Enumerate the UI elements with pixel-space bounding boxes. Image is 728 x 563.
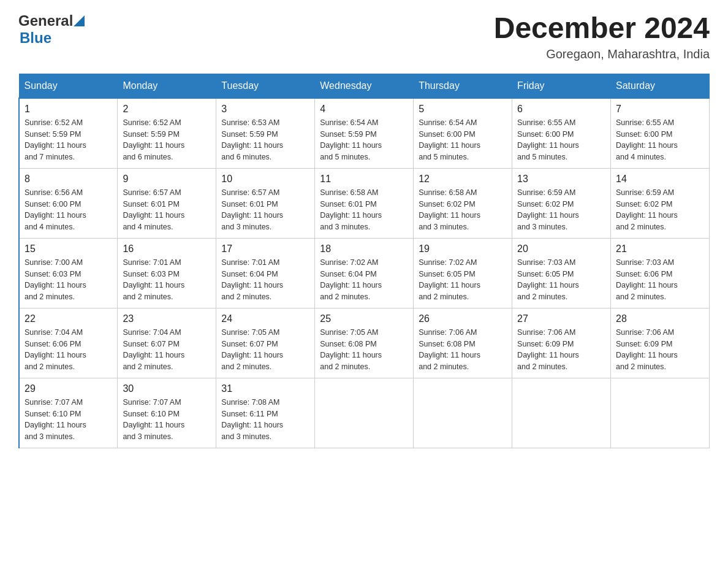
day-info-line: Sunset: 6:05 PM — [419, 269, 507, 280]
day-info: Sunrise: 7:04 AMSunset: 6:07 PMDaylight:… — [123, 327, 211, 373]
day-info: Sunrise: 7:07 AMSunset: 6:10 PMDaylight:… — [123, 397, 211, 443]
day-info-line: Sunrise: 7:07 AM — [123, 397, 211, 408]
day-info-line: and 4 minutes. — [123, 221, 211, 233]
day-info-line: Daylight: 11 hours — [221, 210, 309, 221]
day-info: Sunrise: 7:08 AMSunset: 6:11 PMDaylight:… — [221, 397, 309, 443]
day-info-line: and 2 minutes. — [320, 361, 408, 373]
day-info-line: and 4 minutes. — [25, 221, 112, 233]
day-info-line: Sunrise: 6:58 AM — [419, 187, 507, 199]
day-of-week-tuesday: Tuesday — [216, 74, 315, 98]
day-info-line: and 5 minutes. — [419, 151, 507, 163]
day-info-line: and 3 minutes. — [517, 221, 605, 233]
day-info: Sunrise: 7:06 AMSunset: 6:09 PMDaylight:… — [616, 327, 704, 373]
day-number: 19 — [419, 243, 507, 255]
calendar-cell: 27Sunrise: 7:06 AMSunset: 6:09 PMDayligh… — [512, 308, 611, 378]
day-info-line: Sunrise: 6:52 AM — [123, 117, 211, 129]
day-number: 14 — [616, 174, 704, 185]
calendar-cell: 15Sunrise: 7:00 AMSunset: 6:03 PMDayligh… — [19, 238, 118, 308]
day-info: Sunrise: 6:53 AMSunset: 5:59 PMDaylight:… — [221, 117, 309, 163]
day-of-week-thursday: Thursday — [414, 74, 512, 98]
day-info-line: Sunset: 6:08 PM — [320, 339, 408, 350]
calendar-cell: 31Sunrise: 7:08 AMSunset: 6:11 PMDayligh… — [216, 378, 315, 448]
day-info: Sunrise: 7:02 AMSunset: 6:05 PMDaylight:… — [419, 257, 507, 303]
day-info-line: Sunset: 6:09 PM — [517, 339, 605, 350]
day-number: 11 — [320, 174, 408, 185]
calendar-cell: 2Sunrise: 6:52 AMSunset: 5:59 PMDaylight… — [118, 98, 216, 169]
page-header: General Blue December 2024 Goregaon, Mah… — [18, 12, 710, 61]
day-info-line: Daylight: 11 hours — [123, 350, 211, 361]
day-info: Sunrise: 6:59 AMSunset: 6:02 PMDaylight:… — [616, 187, 704, 233]
day-info-line: Sunrise: 7:03 AM — [517, 257, 605, 269]
day-info-line: Sunrise: 7:04 AM — [25, 327, 112, 339]
day-info-line: Daylight: 11 hours — [221, 140, 309, 151]
calendar-cell: 10Sunrise: 6:57 AMSunset: 6:01 PMDayligh… — [216, 168, 315, 238]
day-info-line: Daylight: 11 hours — [320, 210, 408, 221]
day-number: 22 — [25, 313, 112, 324]
day-info-line: Daylight: 11 hours — [320, 140, 408, 151]
day-info-line: Sunrise: 6:56 AM — [25, 187, 112, 199]
day-info-line: Sunset: 5:59 PM — [221, 129, 309, 140]
day-info-line: Daylight: 11 hours — [320, 280, 408, 291]
day-of-week-wednesday: Wednesday — [315, 74, 414, 98]
day-info: Sunrise: 6:55 AMSunset: 6:00 PMDaylight:… — [517, 117, 605, 163]
day-info-line: Sunrise: 6:58 AM — [320, 187, 408, 199]
day-info-line: Sunset: 6:02 PM — [517, 199, 605, 210]
day-info-line: Daylight: 11 hours — [616, 210, 704, 221]
day-info: Sunrise: 6:52 AMSunset: 5:59 PMDaylight:… — [25, 117, 112, 163]
calendar-cell: 7Sunrise: 6:55 AMSunset: 6:00 PMDaylight… — [611, 98, 710, 169]
day-info-line: and 2 minutes. — [123, 361, 211, 373]
day-info-line: Daylight: 11 hours — [419, 350, 507, 361]
calendar-week-row: 15Sunrise: 7:00 AMSunset: 6:03 PMDayligh… — [19, 238, 710, 308]
day-info-line: Sunrise: 7:08 AM — [221, 397, 309, 408]
day-info-line: and 2 minutes. — [25, 291, 112, 303]
day-info-line: Daylight: 11 hours — [25, 280, 112, 291]
calendar-cell: 8Sunrise: 6:56 AMSunset: 6:00 PMDaylight… — [19, 168, 118, 238]
title-section: December 2024 Goregaon, Maharashtra, Ind… — [494, 12, 710, 61]
calendar-cell: 24Sunrise: 7:05 AMSunset: 6:07 PMDayligh… — [216, 308, 315, 378]
day-info-line: Sunset: 5:59 PM — [123, 129, 211, 140]
day-number: 29 — [25, 383, 112, 394]
calendar-cell: 20Sunrise: 7:03 AMSunset: 6:05 PMDayligh… — [512, 238, 611, 308]
day-info-line: Sunset: 6:05 PM — [517, 269, 605, 280]
day-info-line: Daylight: 11 hours — [616, 280, 704, 291]
day-info-line: Sunset: 6:02 PM — [616, 199, 704, 210]
day-info-line: and 3 minutes. — [320, 221, 408, 233]
day-info-line: Sunset: 6:11 PM — [221, 408, 309, 420]
logo: General Blue — [18, 12, 85, 47]
day-info: Sunrise: 6:52 AMSunset: 5:59 PMDaylight:… — [123, 117, 211, 163]
day-info-line: Sunrise: 7:06 AM — [419, 327, 507, 339]
day-number: 6 — [517, 104, 605, 115]
day-number: 18 — [320, 243, 408, 255]
day-number: 10 — [221, 174, 309, 185]
day-info-line: Daylight: 11 hours — [221, 419, 309, 431]
day-info-line: and 2 minutes. — [419, 361, 507, 373]
day-info-line: Sunset: 5:59 PM — [320, 129, 408, 140]
day-number: 30 — [123, 383, 211, 394]
day-info: Sunrise: 6:54 AMSunset: 5:59 PMDaylight:… — [320, 117, 408, 163]
location-text: Goregaon, Maharashtra, India — [494, 47, 710, 61]
day-info-line: Sunrise: 6:57 AM — [123, 187, 211, 199]
calendar-cell: 26Sunrise: 7:06 AMSunset: 6:08 PMDayligh… — [414, 308, 512, 378]
day-info-line: and 3 minutes. — [25, 431, 112, 443]
day-number: 2 — [123, 104, 211, 115]
day-info: Sunrise: 7:07 AMSunset: 6:10 PMDaylight:… — [25, 397, 112, 443]
day-number: 15 — [25, 243, 112, 255]
day-number: 17 — [221, 243, 309, 255]
day-number: 7 — [616, 104, 704, 115]
calendar-cell: 22Sunrise: 7:04 AMSunset: 6:06 PMDayligh… — [19, 308, 118, 378]
day-info: Sunrise: 6:56 AMSunset: 6:00 PMDaylight:… — [25, 187, 112, 233]
calendar-cell — [611, 378, 710, 448]
day-info-line: and 2 minutes. — [517, 361, 605, 373]
calendar-cell: 11Sunrise: 6:58 AMSunset: 6:01 PMDayligh… — [315, 168, 414, 238]
day-info-line: Sunrise: 6:54 AM — [320, 117, 408, 129]
day-info-line: Sunrise: 7:01 AM — [123, 257, 211, 269]
day-info-line: Sunrise: 6:59 AM — [517, 187, 605, 199]
calendar-cell: 21Sunrise: 7:03 AMSunset: 6:06 PMDayligh… — [611, 238, 710, 308]
day-info-line: and 2 minutes. — [123, 291, 211, 303]
logo-blue-text: Blue — [20, 29, 51, 46]
day-number: 26 — [419, 313, 507, 324]
day-info-line: Sunrise: 7:02 AM — [419, 257, 507, 269]
day-info-line: Sunrise: 7:05 AM — [320, 327, 408, 339]
day-info-line: and 2 minutes. — [419, 291, 507, 303]
day-number: 5 — [419, 104, 507, 115]
